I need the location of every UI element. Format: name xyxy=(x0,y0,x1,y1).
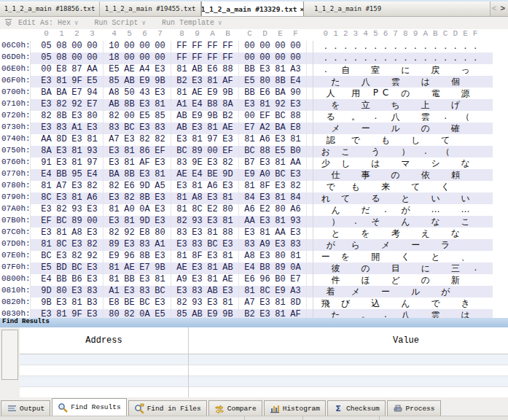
hex-byte-cell[interactable]: 9E xyxy=(189,158,205,169)
hex-byte-cell[interactable]: 82 xyxy=(106,181,122,192)
char-cell[interactable]: （ xyxy=(450,111,480,122)
hex-byte-cell[interactable]: 81 xyxy=(220,251,235,262)
hex-byte-cell[interactable]: 88 xyxy=(220,64,235,76)
hex-byte-cell[interactable]: E3 xyxy=(54,251,69,262)
hex-byte-cell[interactable]: FF xyxy=(174,52,189,64)
char-cell[interactable]: . xyxy=(461,52,471,64)
char-cell[interactable]: い xyxy=(421,192,450,204)
hex-byte-cell[interactable]: E7 xyxy=(137,262,152,274)
hex-byte-cell[interactable]: BC xyxy=(122,122,137,134)
hex-byte-cell[interactable]: B2 xyxy=(242,309,257,318)
hex-byte-cell[interactable]: 80 xyxy=(152,228,168,239)
hex-byte-cell[interactable]: E3 xyxy=(69,286,85,298)
hex-byte-cell[interactable]: 80 xyxy=(257,76,273,88)
hex-byte-cell[interactable]: E7 xyxy=(85,99,100,111)
hex-byte-cell[interactable]: 90 xyxy=(288,88,303,99)
hex-byte-cell[interactable]: 9D xyxy=(39,286,54,298)
char-cell[interactable] xyxy=(461,286,480,298)
hex-byte-cell[interactable]: E5 xyxy=(106,64,122,76)
hex-byte-cell[interactable]: E8 xyxy=(54,64,69,76)
hex-byte-cell[interactable]: AB xyxy=(122,76,137,88)
hex-byte-cell[interactable]: E3 xyxy=(39,204,54,216)
hex-byte-cell[interactable]: BC xyxy=(174,146,189,158)
hex-byte-cell[interactable]: 9B xyxy=(152,262,168,274)
hex-byte-cell[interactable]: BA xyxy=(106,169,122,181)
char-cell[interactable]: 上 xyxy=(410,99,440,111)
hex-byte-cell[interactable]: 00 xyxy=(288,52,303,64)
char-cell[interactable]: に xyxy=(391,64,421,76)
char-cell[interactable]: こ xyxy=(450,216,480,228)
char-cell[interactable]: 事 xyxy=(351,169,380,181)
hex-byte-cell[interactable]: 82 xyxy=(174,298,189,309)
hex-byte-cell[interactable]: E3 xyxy=(205,192,220,204)
hex-byte-cell[interactable]: 9B xyxy=(220,88,235,99)
hex-byte-cell[interactable]: 83 xyxy=(152,122,168,134)
hex-byte-cell[interactable]: E3 xyxy=(205,251,220,262)
hex-byte-cell[interactable]: 0A xyxy=(288,262,303,274)
char-cell[interactable] xyxy=(470,274,480,286)
char-cell[interactable]: . xyxy=(440,41,450,52)
char-cell[interactable]: . xyxy=(391,52,401,64)
char-cell[interactable]: げ xyxy=(440,99,470,111)
char-cell[interactable] xyxy=(470,76,480,88)
hex-byte-cell[interactable]: 80 xyxy=(85,111,100,122)
hex-byte-cell[interactable]: E5 xyxy=(273,146,288,158)
hex-byte-cell[interactable]: 81 xyxy=(257,228,273,239)
hex-byte-cell[interactable]: E9 xyxy=(106,251,122,262)
panel-tab-histogram[interactable]: Histogram xyxy=(264,400,326,416)
hex-byte-cell[interactable]: 80 xyxy=(273,251,288,262)
hex-byte-cell[interactable]: A6 xyxy=(257,134,273,146)
hex-byte-cell[interactable]: AB xyxy=(189,64,205,76)
hex-byte-cell[interactable]: 83 xyxy=(242,239,257,251)
hex-byte-cell[interactable]: BE xyxy=(122,298,137,309)
hex-byte-cell[interactable]: 83 xyxy=(137,286,152,298)
hex-byte-cell[interactable]: E3 xyxy=(152,251,168,262)
hex-byte-cell[interactable]: E3 xyxy=(54,158,69,169)
char-cell[interactable]: て xyxy=(401,181,431,192)
hex-byte-cell[interactable]: A0 xyxy=(122,204,137,216)
hex-byte-cell[interactable]: 81 xyxy=(273,192,288,204)
hex-byte-cell[interactable]: 81 xyxy=(85,134,100,146)
hex-byte-cell[interactable]: 81 xyxy=(273,298,288,309)
char-cell[interactable]: 依 xyxy=(410,169,440,181)
file-tab-3[interactable]: 1_1_2_a_main #13329.txt× xyxy=(201,1,304,16)
char-cell[interactable]: の xyxy=(351,262,380,274)
hex-byte-cell[interactable]: 88 xyxy=(257,146,273,158)
hex-byte-cell[interactable]: 00 xyxy=(242,111,257,122)
hex-byte-cell[interactable]: A8 xyxy=(242,251,257,262)
char-cell[interactable]: . xyxy=(361,52,371,64)
hex-byte-cell[interactable]: E5 xyxy=(152,309,168,318)
hex-byte-cell[interactable]: AB xyxy=(174,122,189,134)
hex-byte-cell[interactable]: BC xyxy=(273,111,288,122)
hex-byte-cell[interactable]: 00 xyxy=(85,41,100,52)
char-cell[interactable]: P xyxy=(370,88,380,99)
hex-byte-cell[interactable]: 81 xyxy=(257,99,273,111)
hex-byte-cell[interactable]: E6 xyxy=(257,88,273,99)
hex-byte-cell[interactable]: 0A xyxy=(137,204,152,216)
char-cell[interactable]: 雲 xyxy=(421,309,450,318)
hex-byte-cell[interactable]: 83 xyxy=(189,286,205,298)
hex-byte-cell[interactable]: 00 xyxy=(137,52,152,64)
panel-tab-checksum[interactable]: ΣChecksum xyxy=(327,400,386,416)
hex-byte-cell[interactable]: 9B xyxy=(205,111,220,122)
char-cell[interactable] xyxy=(470,99,480,111)
hex-byte-cell[interactable]: 81 xyxy=(273,64,288,76)
hex-byte-cell[interactable]: E3 xyxy=(288,99,303,111)
toolbar-dropdown-run-script[interactable]: Run Script∨ xyxy=(94,19,145,27)
hex-byte-cell[interactable]: 00 xyxy=(257,41,273,52)
hex-byte-cell[interactable]: EF xyxy=(220,146,235,158)
hex-byte-cell[interactable]: E4 xyxy=(189,99,205,111)
char-cell[interactable]: . xyxy=(340,41,351,52)
char-cell[interactable]: . xyxy=(380,204,391,216)
hex-byte-cell[interactable]: E3 xyxy=(257,192,273,204)
hex-byte-cell[interactable]: A1 xyxy=(174,99,189,111)
hex-byte-cell[interactable]: B2 xyxy=(220,111,235,122)
hex-byte-cell[interactable]: E3 xyxy=(106,192,122,204)
char-cell[interactable]: の xyxy=(391,88,421,99)
hex-byte-cell[interactable]: 85 xyxy=(106,76,122,88)
hex-byte-cell[interactable]: 82 xyxy=(39,111,54,122)
char-cell[interactable] xyxy=(470,169,480,181)
hex-byte-cell[interactable]: 97 xyxy=(85,158,100,169)
char-cell[interactable]: ル xyxy=(401,286,431,298)
hex-byte-cell[interactable]: 81 xyxy=(174,204,189,216)
